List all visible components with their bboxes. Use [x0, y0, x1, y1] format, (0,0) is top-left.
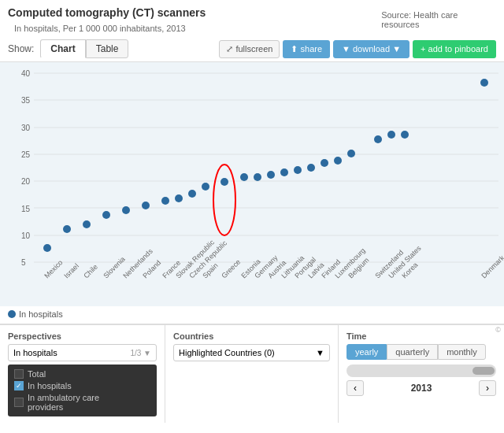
- perspectives-label: Perspectives: [8, 331, 157, 341]
- time-section: Time yearly quarterly monthly ‹ 2013 ›: [339, 325, 504, 423]
- svg-point-32: [294, 166, 302, 174]
- svg-point-34: [321, 159, 328, 167]
- source-label: Source: Health care resources: [381, 10, 496, 29]
- check-label-in-hospitals: In hospitals: [28, 381, 72, 390]
- svg-text:Denmark: Denmark: [480, 254, 504, 279]
- countries-label: Countries: [173, 331, 330, 341]
- toolbar-actions: ⤢ fullscreen ⬆ share ▼ download ▼ + add …: [219, 40, 496, 58]
- countries-select[interactable]: Highlighted Countries (0) ▼: [173, 344, 330, 361]
- check-in-hospitals[interactable]: ✓ In hospitals: [14, 381, 150, 390]
- tab-chart[interactable]: Chart: [40, 39, 85, 58]
- chart-svg: 40 35 30 25 20 15 10 5: [0, 62, 504, 306]
- check-box-total: [14, 369, 24, 379]
- perspectives-select[interactable]: In hospitals 1/3 ▼: [8, 344, 157, 361]
- svg-point-29: [254, 173, 261, 181]
- svg-point-18: [83, 220, 91, 228]
- time-label: Time: [346, 331, 496, 341]
- check-total[interactable]: Total: [14, 369, 150, 379]
- svg-point-21: [142, 202, 150, 209]
- share-button[interactable]: ⬆ share: [283, 40, 330, 58]
- perspectives-fraction: 1/3 ▼: [130, 349, 151, 357]
- svg-text:15: 15: [21, 205, 31, 213]
- time-btn-quarterly[interactable]: quarterly: [387, 344, 438, 360]
- perspectives-selected: In hospitals: [13, 348, 57, 357]
- year-prev-button[interactable]: ‹: [346, 380, 364, 396]
- svg-text:20: 20: [21, 177, 31, 186]
- svg-text:40: 40: [21, 69, 31, 78]
- svg-point-22: [161, 197, 169, 205]
- slider-nav: ‹ 2013 ›: [346, 380, 496, 396]
- svg-point-31: [280, 168, 288, 176]
- countries-dropdown-icon: ▼: [316, 348, 324, 357]
- chart-area: 40 35 30 25 20 15 10 5: [0, 62, 504, 306]
- svg-point-37: [374, 135, 382, 143]
- svg-point-23: [175, 194, 183, 202]
- time-slider[interactable]: [346, 365, 496, 377]
- svg-text:25: 25: [21, 150, 31, 159]
- svg-point-27: [213, 165, 235, 235]
- legend-dot: [8, 310, 16, 318]
- legend-item: In hospitals: [8, 309, 63, 319]
- svg-text:Mexico: Mexico: [43, 258, 64, 279]
- bottom-panel: Perspectives In hospitals 1/3 ▼ Total ✓ …: [0, 324, 504, 423]
- svg-point-17: [63, 225, 71, 233]
- countries-selected: Highlighted Countries (0): [179, 348, 275, 357]
- svg-point-40: [480, 79, 488, 87]
- svg-point-24: [188, 190, 196, 198]
- check-ambulatory[interactable]: In ambulatory careproviders: [14, 393, 150, 412]
- check-mark-icon: ✓: [16, 382, 22, 390]
- download-button[interactable]: ▼ download ▼: [333, 40, 410, 58]
- svg-point-36: [347, 150, 355, 157]
- copyright-icon: ©: [495, 326, 501, 334]
- time-buttons: yearly quarterly monthly: [346, 344, 496, 360]
- time-btn-yearly[interactable]: yearly: [346, 344, 387, 360]
- year-display: 2013: [411, 383, 432, 394]
- countries-section: Countries Highlighted Countries (0) ▼: [165, 325, 339, 423]
- svg-point-35: [334, 157, 342, 165]
- check-box-in-hospitals: ✓: [14, 381, 24, 390]
- toolbar: Show: Chart Table ⤢ fullscreen ⬆ share ▼…: [0, 36, 504, 62]
- svg-point-30: [267, 171, 275, 179]
- year-next-button[interactable]: ›: [479, 380, 496, 396]
- svg-text:Chile: Chile: [82, 263, 99, 280]
- svg-point-28: [240, 173, 248, 181]
- perspectives-section: Perspectives In hospitals 1/3 ▼ Total ✓ …: [0, 325, 165, 423]
- svg-point-38: [387, 131, 395, 139]
- svg-point-25: [202, 183, 209, 191]
- svg-point-20: [122, 206, 130, 214]
- check-label-ambulatory: In ambulatory careproviders: [28, 393, 99, 412]
- show-label: Show:: [8, 43, 34, 54]
- svg-text:Israel: Israel: [62, 262, 80, 280]
- svg-text:5: 5: [21, 258, 26, 267]
- check-box-ambulatory: [14, 398, 24, 407]
- svg-text:35: 35: [21, 96, 31, 105]
- svg-point-16: [43, 244, 51, 252]
- svg-text:Greece: Greece: [220, 257, 242, 279]
- svg-point-39: [401, 131, 409, 139]
- svg-point-26: [220, 178, 228, 186]
- svg-point-33: [307, 164, 315, 172]
- chart-legend: In hospitals: [0, 306, 504, 324]
- legend-label: In hospitals: [19, 309, 63, 319]
- slider-handle: [472, 367, 495, 375]
- svg-point-19: [102, 211, 110, 219]
- perspectives-checks: Total ✓ In hospitals In ambulatory carep…: [8, 365, 157, 416]
- page-header: Computed tomography (CT) scanners In hos…: [0, 0, 504, 36]
- share-icon: ⬆: [291, 44, 298, 54]
- page-title: Computed tomography (CT) scanners: [8, 6, 206, 19]
- check-label-total: Total: [28, 369, 46, 379]
- pinboard-button[interactable]: + add to pinboard: [413, 40, 496, 58]
- time-btn-monthly[interactable]: monthly: [438, 344, 486, 360]
- tab-table[interactable]: Table: [86, 39, 129, 58]
- svg-text:10: 10: [21, 231, 31, 240]
- svg-text:30: 30: [21, 124, 31, 132]
- fullscreen-button[interactable]: ⤢ fullscreen: [219, 40, 280, 58]
- page-subtitle: In hospitals, Per 1 000 000 inhabitants,…: [14, 24, 186, 33]
